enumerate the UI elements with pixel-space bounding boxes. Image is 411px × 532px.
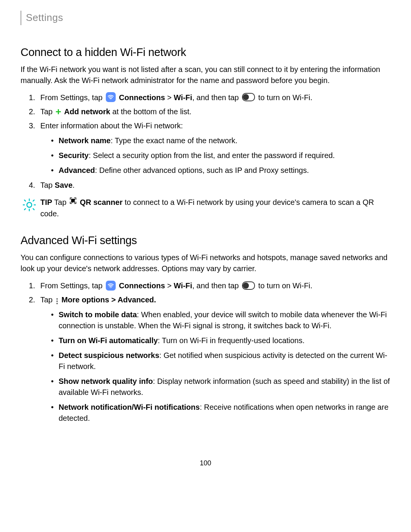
- sub-mobile-data: Switch to mobile data: When enabled, you…: [51, 309, 390, 331]
- steps-list-1: From Settings, tap Connections > Wi-Fi, …: [21, 92, 390, 191]
- svg-line-8: [24, 209, 25, 210]
- page-header: Settings: [21, 11, 390, 25]
- text: Enter information about the Wi-Fi networ…: [40, 121, 183, 130]
- svg-rect-14: [74, 201, 75, 202]
- label: Network name: [59, 136, 111, 145]
- section-title-hidden-wifi: Connect to a hidden Wi-Fi network: [21, 44, 390, 60]
- step-2b: Tap More options > Advanced. Switch to m…: [37, 294, 390, 424]
- svg-point-15: [110, 288, 111, 288]
- text: to turn on Wi-Fi.: [258, 93, 312, 102]
- sub-auto-wifi: Turn on Wi-Fi automatically: Turn on Wi-…: [51, 335, 390, 346]
- sub-notifications: Network notification/Wi-Fi notifications…: [51, 402, 390, 424]
- label: Detect suspicious networks: [59, 351, 159, 359]
- text: : Define other advanced options, such as…: [95, 166, 309, 174]
- step-3: Enter information about the Wi-Fi networ…: [37, 120, 390, 176]
- toggle-icon: [242, 281, 255, 290]
- sub-quality: Show network quality info: Display netwo…: [51, 376, 390, 398]
- label: Switch to mobile data: [59, 310, 137, 319]
- label: Turn on Wi-Fi automatically: [59, 336, 158, 345]
- step-1b: From Settings, tap Connections > Wi-Fi, …: [37, 280, 390, 291]
- text: Tap: [40, 181, 55, 189]
- intro-paragraph: If the Wi-Fi network you want is not lis…: [21, 64, 390, 86]
- qr-scanner-label: QR scanner: [80, 198, 123, 206]
- svg-line-7: [33, 200, 34, 201]
- step-1: From Settings, tap Connections > Wi-Fi, …: [37, 92, 390, 103]
- more-options-icon: [56, 298, 58, 304]
- svg-rect-10: [72, 199, 73, 200]
- tip-callout: TIP Tap QR scanner to connect to a Wi-Fi…: [21, 197, 390, 219]
- text: , and then tap: [192, 93, 241, 102]
- more-options-label: More options > Advanced.: [61, 296, 156, 304]
- save-label: Save: [55, 181, 73, 189]
- connections-label: Connections: [119, 93, 165, 102]
- connections-label: Connections: [119, 281, 165, 290]
- label: Advanced: [59, 166, 95, 174]
- text: at the bottom of the list.: [110, 107, 191, 116]
- svg-line-9: [33, 209, 34, 210]
- wifi-icon: [106, 92, 116, 102]
- text: : Type the exact name of the network.: [111, 136, 237, 145]
- add-network-label: Add network: [64, 107, 110, 116]
- text: Tap: [40, 296, 55, 304]
- sub-suspicious: Detect suspicious networks: Get notified…: [51, 350, 390, 372]
- tip-text: TIP Tap QR scanner to connect to a Wi-Fi…: [40, 197, 390, 219]
- lightbulb-icon: [23, 198, 36, 214]
- wifi-label: Wi-Fi: [174, 93, 192, 102]
- sub-security: Security: Select a security option from …: [51, 150, 390, 161]
- intro-paragraph-2: You can configure connections to various…: [21, 252, 390, 274]
- svg-rect-12: [72, 201, 73, 202]
- text: >: [165, 281, 174, 290]
- text: From Settings, tap: [40, 281, 105, 290]
- wifi-label: Wi-Fi: [174, 281, 192, 290]
- sub-advanced: Advanced: Define other advanced options,…: [51, 165, 390, 176]
- label: Show network quality info: [59, 377, 153, 385]
- page-number: 100: [21, 458, 390, 468]
- svg-rect-11: [73, 199, 75, 200]
- substeps-list-2: Switch to mobile data: When enabled, you…: [40, 309, 390, 424]
- svg-point-0: [110, 99, 111, 100]
- wifi-icon: [106, 281, 116, 291]
- step-2: Tap + Add network at the bottom of the l…: [37, 106, 390, 117]
- text: Tap: [52, 198, 68, 206]
- step-4: Tap Save.: [37, 180, 390, 191]
- text: >: [165, 93, 174, 102]
- tip-label: TIP: [40, 198, 52, 206]
- svg-line-6: [24, 200, 25, 201]
- text: to turn on Wi-Fi.: [258, 281, 312, 290]
- section-title-advanced-wifi: Advanced Wi-Fi settings: [21, 232, 390, 248]
- text: , and then tap: [192, 281, 241, 290]
- qr-icon: [69, 197, 77, 208]
- sub-network-name: Network name: Type the exact name of the…: [51, 135, 390, 146]
- text: .: [73, 181, 75, 189]
- text: : Turn on Wi-Fi in frequently-used locat…: [158, 336, 305, 345]
- toggle-icon: [242, 93, 255, 101]
- text: From Settings, tap: [40, 93, 105, 102]
- label: Security: [59, 151, 89, 160]
- text: Tap: [40, 107, 55, 116]
- svg-point-1: [27, 202, 32, 207]
- label: Network notification/Wi-Fi notifications: [59, 403, 200, 411]
- text: : Select a security option from the list…: [89, 151, 335, 160]
- substeps-list: Network name: Type the exact name of the…: [40, 135, 390, 176]
- steps-list-2: From Settings, tap Connections > Wi-Fi, …: [21, 280, 390, 424]
